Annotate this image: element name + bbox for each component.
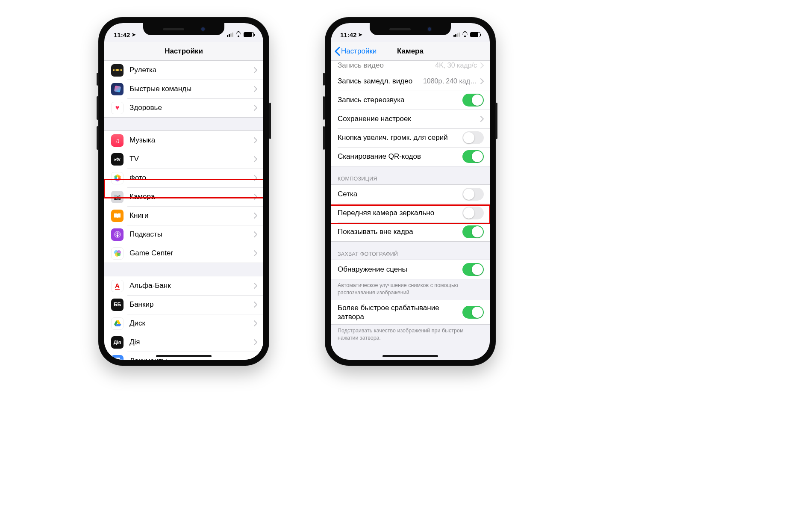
location-icon: ➤ — [132, 32, 136, 38]
chevron-right-icon — [254, 231, 257, 237]
diya-icon: Дія — [111, 336, 124, 349]
bankir-icon: ББ — [111, 299, 124, 311]
row-view-outside-frame[interactable]: Показывать вне кадра — [331, 222, 490, 241]
tv-icon: ▸tv — [111, 153, 124, 166]
music-icon: ♫ — [111, 134, 124, 147]
row-label: Запись замедл. видео — [338, 77, 420, 86]
chevron-right-icon — [254, 213, 257, 219]
row-label: Кнопка увелич. громк. для серий — [338, 133, 459, 142]
navbar: Настройки — [104, 42, 263, 61]
row-label: Книги — [129, 211, 250, 220]
page-title: Настройки — [165, 47, 203, 56]
row-label: Сохранение настроек — [338, 114, 477, 123]
toggle-mirror[interactable] — [462, 207, 484, 219]
cellular-icon — [453, 33, 460, 37]
settings-row-music[interactable]: ♫ Музыка — [104, 131, 263, 150]
row-label: TV — [129, 154, 250, 163]
chevron-right-icon — [480, 62, 484, 68]
camera-icon: 📷 — [111, 191, 124, 203]
wifi-icon — [235, 32, 242, 37]
settings-row-measure[interactable]: Рулетка — [104, 61, 263, 80]
settings-list[interactable]: Рулетка Быстрые команды ♥ Здоровье — [104, 61, 263, 360]
chevron-right-icon — [254, 320, 257, 326]
settings-row-photos[interactable]: Фото — [104, 169, 263, 187]
settings-row-books[interactable]: Книги — [104, 206, 263, 225]
row-label: Рулетка — [129, 65, 250, 74]
row-detail: 1080p, 240 кад… — [423, 77, 477, 85]
measure-icon — [111, 64, 124, 77]
svg-point-12 — [117, 253, 121, 256]
phone-left: 11:42 ➤ Настройки Рул — [98, 17, 269, 366]
row-label: Более быстрое срабатывание затвора — [338, 303, 459, 322]
notch — [143, 23, 224, 35]
battery-icon — [244, 32, 254, 37]
settings-row-drive[interactable]: Диск — [104, 314, 263, 333]
chevron-right-icon — [254, 283, 257, 289]
camera-settings-list[interactable]: Запись видео 4K, 30 кадр/с Запись замедл… — [331, 61, 490, 360]
toggle-outside[interactable] — [462, 225, 484, 238]
chevron-right-icon — [480, 78, 484, 84]
group-footer-scene: Автоматическое улучшение снимков с помощ… — [331, 279, 490, 300]
chevron-right-icon — [254, 137, 257, 143]
toggle-grid[interactable] — [462, 188, 484, 201]
chevron-right-icon — [254, 86, 257, 92]
notch — [370, 23, 451, 35]
phone-right: 11:42 ➤ Настройки Камера — [325, 17, 496, 366]
toggle-scene[interactable] — [462, 263, 484, 276]
podcasts-icon — [111, 228, 124, 241]
row-label: Сканирование QR-кодов — [338, 152, 459, 161]
wifi-icon — [462, 32, 468, 37]
row-stereo[interactable]: Запись стереозвука — [331, 91, 490, 110]
row-record-video-partial[interactable]: Запись видео 4K, 30 кадр/с — [331, 61, 490, 72]
toggle-stereo[interactable] — [462, 94, 484, 107]
row-slomo[interactable]: Запись замедл. видео 1080p, 240 кад… — [331, 72, 490, 91]
chevron-right-icon — [480, 116, 484, 122]
books-icon — [111, 210, 124, 222]
back-button[interactable]: Настройки — [334, 42, 377, 60]
row-qr[interactable]: Сканирование QR-кодов — [331, 147, 490, 166]
row-burst[interactable]: Кнопка увелич. громк. для серий — [331, 128, 490, 147]
row-label: Обнаружение сцены — [338, 265, 459, 274]
row-label: Подкасты — [129, 230, 250, 239]
row-label: Здоровье — [129, 103, 250, 112]
row-scene-detection[interactable]: Обнаружение сцены — [331, 260, 490, 279]
settings-row-shortcuts[interactable]: Быстрые команды — [104, 80, 263, 98]
photos-icon — [111, 172, 124, 184]
row-preserve[interactable]: Сохранение настроек — [331, 110, 490, 128]
toggle-shutter[interactable] — [462, 306, 484, 319]
row-label: Быстрые команды — [129, 84, 250, 93]
group-header-capture: ЗАХВАТ ФОТОГРАФИЙ — [331, 242, 490, 260]
row-label: Game Center — [129, 249, 250, 258]
settings-row-health[interactable]: ♥ Здоровье — [104, 98, 263, 117]
gamecenter-icon — [111, 247, 124, 260]
row-label: Альфа-Банк — [129, 281, 250, 290]
group-header-composition: КОМПОЗИЦИЯ — [331, 166, 490, 184]
row-label: Запись видео — [338, 61, 432, 70]
location-icon: ➤ — [358, 32, 362, 38]
toggle-burst[interactable] — [462, 131, 484, 144]
settings-row-camera[interactable]: 📷 Камера — [104, 187, 263, 206]
row-label: Музыка — [129, 136, 250, 145]
settings-row-diya[interactable]: Дія Дія — [104, 333, 263, 352]
row-faster-shutter[interactable]: Более быстрое срабатывание затвора — [331, 300, 490, 325]
home-indicator[interactable] — [382, 355, 438, 357]
docs-icon — [111, 355, 124, 360]
row-mirror-front[interactable]: Передняя камера зеркально — [331, 204, 490, 222]
settings-row-tv[interactable]: ▸tv TV — [104, 150, 263, 169]
group-footer-shutter: Подстраивать качество изображений при бы… — [331, 325, 490, 345]
drive-icon — [111, 317, 124, 330]
settings-row-gamecenter[interactable]: Game Center — [104, 244, 263, 263]
row-label: Камера — [129, 192, 250, 201]
settings-row-podcasts[interactable]: Подкасты — [104, 225, 263, 244]
chevron-right-icon — [254, 67, 257, 73]
toggle-qr[interactable] — [462, 150, 484, 163]
home-indicator[interactable] — [156, 355, 212, 357]
chevron-right-icon — [254, 175, 257, 181]
row-label: Банкир — [129, 300, 250, 309]
row-label: Передняя камера зеркально — [338, 208, 459, 217]
settings-row-alpha[interactable]: А Альфа-Банк — [104, 276, 263, 295]
status-time: 11:42 — [340, 31, 356, 38]
settings-row-bankir[interactable]: ББ Банкир — [104, 295, 263, 314]
row-grid[interactable]: Сетка — [331, 185, 490, 204]
row-detail: 4K, 30 кадр/с — [435, 62, 477, 69]
